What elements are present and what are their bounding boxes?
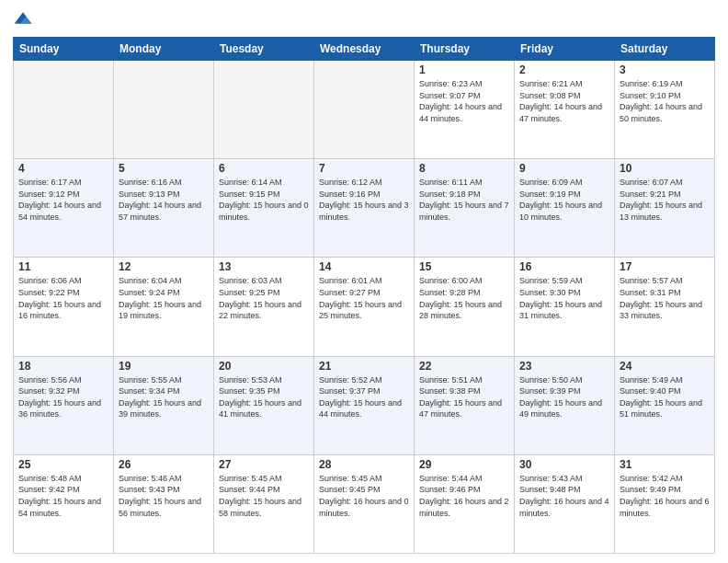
day-number: 20 (219, 360, 309, 373)
day-info: Sunrise: 5:43 AMSunset: 9:48 PMDaylight:… (519, 473, 609, 519)
table-row: 3Sunrise: 6:19 AMSunset: 9:10 PMDaylight… (615, 61, 715, 159)
day-number: 6 (219, 162, 309, 175)
col-tuesday: Tuesday (214, 38, 314, 61)
page: Sunday Monday Tuesday Wednesday Thursday… (0, 0, 728, 563)
table-row: 11Sunrise: 6:06 AMSunset: 9:22 PMDayligh… (14, 258, 114, 356)
day-number: 28 (319, 458, 409, 471)
header (13, 9, 715, 29)
day-info: Sunrise: 5:51 AMSunset: 9:38 PMDaylight:… (419, 374, 509, 420)
day-number: 29 (419, 458, 509, 471)
day-info: Sunrise: 6:17 AMSunset: 9:12 PMDaylight:… (18, 177, 108, 223)
day-number: 17 (620, 260, 710, 273)
table-row: 18Sunrise: 5:56 AMSunset: 9:32 PMDayligh… (14, 356, 114, 454)
day-number: 23 (519, 360, 609, 373)
day-number: 10 (620, 162, 710, 175)
table-row: 25Sunrise: 5:48 AMSunset: 9:42 PMDayligh… (14, 454, 114, 553)
day-number: 30 (519, 458, 609, 471)
day-info: Sunrise: 6:01 AMSunset: 9:27 PMDaylight:… (319, 275, 409, 321)
day-info: Sunrise: 6:19 AMSunset: 9:10 PMDaylight:… (620, 78, 710, 124)
day-number: 18 (18, 360, 108, 373)
day-number: 4 (18, 162, 108, 175)
day-info: Sunrise: 5:49 AMSunset: 9:40 PMDaylight:… (620, 374, 710, 420)
day-info: Sunrise: 5:48 AMSunset: 9:42 PMDaylight:… (18, 473, 108, 519)
day-info: Sunrise: 6:04 AMSunset: 9:24 PMDaylight:… (119, 275, 209, 321)
table-row: 27Sunrise: 5:45 AMSunset: 9:44 PMDayligh… (214, 454, 314, 553)
day-number: 13 (219, 260, 309, 273)
day-number: 5 (119, 162, 209, 175)
table-row: 6Sunrise: 6:14 AMSunset: 9:15 PMDaylight… (214, 159, 314, 258)
day-number: 3 (620, 63, 710, 76)
table-row (314, 61, 415, 159)
day-info: Sunrise: 6:00 AMSunset: 9:28 PMDaylight:… (419, 275, 509, 321)
day-info: Sunrise: 5:59 AMSunset: 9:30 PMDaylight:… (519, 275, 609, 321)
table-row: 31Sunrise: 5:42 AMSunset: 9:49 PMDayligh… (615, 454, 715, 553)
day-info: Sunrise: 6:14 AMSunset: 9:15 PMDaylight:… (219, 177, 309, 223)
table-row (114, 61, 214, 159)
col-sunday: Sunday (14, 38, 114, 61)
table-row: 24Sunrise: 5:49 AMSunset: 9:40 PMDayligh… (615, 356, 715, 454)
table-row: 22Sunrise: 5:51 AMSunset: 9:38 PMDayligh… (415, 356, 515, 454)
day-number: 11 (18, 260, 108, 273)
table-row: 8Sunrise: 6:11 AMSunset: 9:18 PMDaylight… (415, 159, 515, 258)
table-row: 15Sunrise: 6:00 AMSunset: 9:28 PMDayligh… (415, 258, 515, 356)
col-thursday: Thursday (415, 38, 515, 61)
day-number: 15 (419, 260, 509, 273)
day-number: 2 (519, 63, 609, 76)
day-info: Sunrise: 6:23 AMSunset: 9:07 PMDaylight:… (419, 78, 509, 124)
col-wednesday: Wednesday (314, 38, 415, 61)
calendar-week-row: 25Sunrise: 5:48 AMSunset: 9:42 PMDayligh… (14, 454, 715, 553)
day-number: 25 (18, 458, 108, 471)
day-info: Sunrise: 6:06 AMSunset: 9:22 PMDaylight:… (18, 275, 108, 321)
table-row: 29Sunrise: 5:44 AMSunset: 9:46 PMDayligh… (415, 454, 515, 553)
day-number: 16 (519, 260, 609, 273)
day-info: Sunrise: 5:45 AMSunset: 9:45 PMDaylight:… (319, 473, 409, 519)
calendar-table: Sunday Monday Tuesday Wednesday Thursday… (13, 37, 715, 554)
table-row (14, 61, 114, 159)
calendar-week-row: 1Sunrise: 6:23 AMSunset: 9:07 PMDaylight… (14, 61, 715, 159)
day-info: Sunrise: 5:46 AMSunset: 9:43 PMDaylight:… (119, 473, 209, 519)
table-row: 12Sunrise: 6:04 AMSunset: 9:24 PMDayligh… (114, 258, 214, 356)
table-row: 16Sunrise: 5:59 AMSunset: 9:30 PMDayligh… (515, 258, 615, 356)
day-number: 26 (119, 458, 209, 471)
logo-icon (13, 9, 33, 29)
table-row: 2Sunrise: 6:21 AMSunset: 9:08 PMDaylight… (515, 61, 615, 159)
table-row: 9Sunrise: 6:09 AMSunset: 9:19 PMDaylight… (515, 159, 615, 258)
day-number: 9 (519, 162, 609, 175)
day-info: Sunrise: 5:56 AMSunset: 9:32 PMDaylight:… (18, 374, 108, 420)
day-info: Sunrise: 5:53 AMSunset: 9:35 PMDaylight:… (219, 374, 309, 420)
table-row: 14Sunrise: 6:01 AMSunset: 9:27 PMDayligh… (314, 258, 415, 356)
day-info: Sunrise: 6:09 AMSunset: 9:19 PMDaylight:… (519, 177, 609, 223)
day-number: 1 (419, 63, 509, 76)
day-info: Sunrise: 5:42 AMSunset: 9:49 PMDaylight:… (620, 473, 710, 519)
logo (13, 9, 37, 29)
day-info: Sunrise: 5:52 AMSunset: 9:37 PMDaylight:… (319, 374, 409, 420)
calendar-week-row: 4Sunrise: 6:17 AMSunset: 9:12 PMDaylight… (14, 159, 715, 258)
table-row: 20Sunrise: 5:53 AMSunset: 9:35 PMDayligh… (214, 356, 314, 454)
table-row: 21Sunrise: 5:52 AMSunset: 9:37 PMDayligh… (314, 356, 415, 454)
day-info: Sunrise: 5:45 AMSunset: 9:44 PMDaylight:… (219, 473, 309, 519)
table-row: 10Sunrise: 6:07 AMSunset: 9:21 PMDayligh… (615, 159, 715, 258)
day-info: Sunrise: 5:44 AMSunset: 9:46 PMDaylight:… (419, 473, 509, 519)
table-row: 19Sunrise: 5:55 AMSunset: 9:34 PMDayligh… (114, 356, 214, 454)
day-number: 14 (319, 260, 409, 273)
day-number: 12 (119, 260, 209, 273)
table-row: 26Sunrise: 5:46 AMSunset: 9:43 PMDayligh… (114, 454, 214, 553)
table-row: 4Sunrise: 6:17 AMSunset: 9:12 PMDaylight… (14, 159, 114, 258)
table-row: 30Sunrise: 5:43 AMSunset: 9:48 PMDayligh… (515, 454, 615, 553)
day-number: 7 (319, 162, 409, 175)
day-number: 31 (620, 458, 710, 471)
table-row: 1Sunrise: 6:23 AMSunset: 9:07 PMDaylight… (415, 61, 515, 159)
day-info: Sunrise: 5:57 AMSunset: 9:31 PMDaylight:… (620, 275, 710, 321)
table-row: 28Sunrise: 5:45 AMSunset: 9:45 PMDayligh… (314, 454, 415, 553)
table-row: 13Sunrise: 6:03 AMSunset: 9:25 PMDayligh… (214, 258, 314, 356)
day-info: Sunrise: 5:55 AMSunset: 9:34 PMDaylight:… (119, 374, 209, 420)
day-info: Sunrise: 6:07 AMSunset: 9:21 PMDaylight:… (620, 177, 710, 223)
col-saturday: Saturday (615, 38, 715, 61)
day-info: Sunrise: 6:21 AMSunset: 9:08 PMDaylight:… (519, 78, 609, 124)
table-row: 7Sunrise: 6:12 AMSunset: 9:16 PMDaylight… (314, 159, 415, 258)
col-friday: Friday (515, 38, 615, 61)
table-row (214, 61, 314, 159)
day-number: 19 (119, 360, 209, 373)
calendar-week-row: 11Sunrise: 6:06 AMSunset: 9:22 PMDayligh… (14, 258, 715, 356)
table-row: 17Sunrise: 5:57 AMSunset: 9:31 PMDayligh… (615, 258, 715, 356)
